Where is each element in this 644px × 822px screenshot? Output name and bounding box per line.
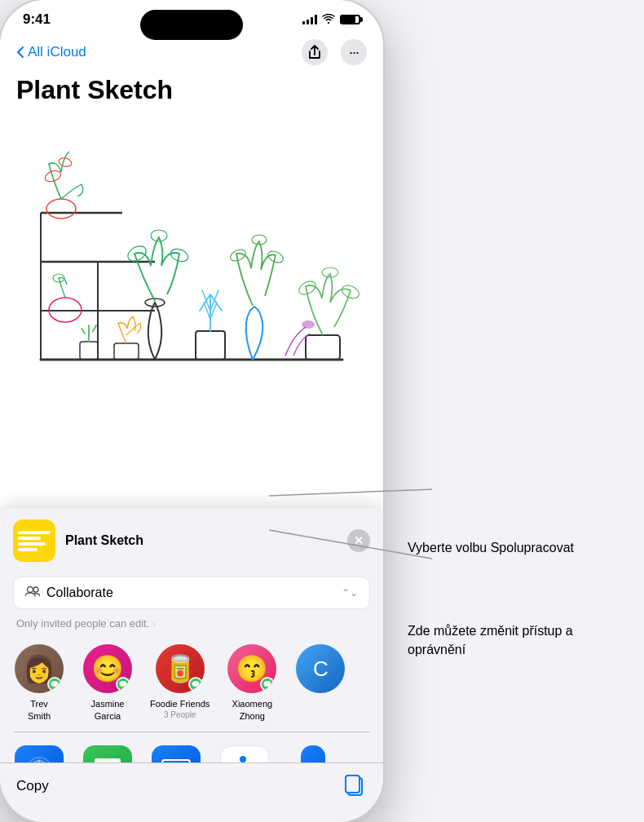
sketch-image [16, 115, 367, 384]
collaborate-label: Collaborate [46, 586, 113, 600]
contact-partial[interactable]: C [294, 644, 346, 722]
nav-actions: ··· [302, 39, 367, 65]
contact-avatar-foodie: 🥫 [156, 644, 205, 693]
contact-trev-smith[interactable]: 👩 TrevSmith [13, 644, 65, 722]
contact-subtext-foodie: 3 People [150, 710, 210, 719]
iphone-frame: 9:41 [0, 0, 383, 822]
contacts-row: 👩 TrevSmith 😊 JasmineGa [0, 634, 383, 731]
close-icon: ✕ [354, 534, 364, 547]
share-sheet: Plant Sketch ✕ Collabor [0, 508, 383, 822]
svg-point-31 [192, 681, 199, 687]
signal-icon [302, 15, 317, 24]
annotation-sidebar: Vyberte volbu Spolupracovat Zde můžete z… [383, 0, 644, 822]
copy-icon-button[interactable] [341, 773, 367, 799]
svg-point-25 [302, 320, 315, 329]
contact-avatar-xiaomeng: 😙 [227, 644, 276, 693]
messages-badge-trev [47, 677, 62, 692]
dynamic-island [140, 10, 243, 40]
share-sheet-title: Plant Sketch [65, 533, 347, 548]
access-hint[interactable]: Only invited people can edit. › [0, 612, 383, 634]
svg-point-30 [120, 681, 127, 687]
svg-point-28 [33, 587, 38, 592]
back-label: All iCloud [28, 44, 86, 60]
page-title: Plant Sketch [0, 72, 383, 115]
bottom-bar: Copy [0, 762, 383, 822]
collaborate-icon [25, 586, 40, 600]
contact-name-trev: TrevSmith [28, 698, 51, 722]
status-bar: 9:41 [0, 0, 383, 33]
svg-rect-41 [346, 776, 359, 793]
status-time: 9:41 [23, 11, 51, 28]
access-hint-text: Only invited people can edit. [16, 617, 149, 630]
notes-app-icon [13, 519, 55, 562]
people-icon [25, 586, 40, 597]
wifi-icon [322, 14, 335, 26]
annotation-access: Zde můžete změnit přístup a oprávnění [408, 622, 620, 659]
messages-badge-xiaomeng [260, 677, 275, 692]
contact-name-xiaomeng: XiaomengZhong [232, 698, 273, 722]
chevron-updown-icon: ⌃⌄ [342, 587, 358, 599]
status-icons [302, 14, 360, 26]
share-icon [308, 45, 321, 60]
contact-avatar-trev: 👩 [15, 644, 64, 693]
more-icon: ··· [349, 44, 359, 61]
svg-point-29 [51, 681, 59, 687]
annotation-collaborate: Vyberte volbu Spolupracovat [408, 539, 620, 557]
contact-avatar-partial: C [296, 644, 345, 693]
chevron-right-icon: › [152, 619, 156, 629]
contact-avatar-jasmine: 😊 [83, 644, 132, 693]
svg-point-27 [28, 587, 33, 593]
chevron-left-icon [16, 46, 24, 59]
contact-foodie-friends[interactable]: 🥫 Foodie Friends 3 People [150, 644, 210, 722]
sketch-canvas[interactable] [16, 115, 367, 384]
contact-name-foodie: Foodie Friends [150, 698, 210, 709]
collaborate-dropdown[interactable]: Collaborate ⌃⌄ [13, 577, 370, 609]
copy-button[interactable]: Copy [16, 778, 49, 794]
share-sheet-header: Plant Sketch ✕ [0, 508, 383, 573]
battery-icon [340, 15, 360, 24]
svg-point-32 [264, 681, 271, 687]
contact-xiaomeng-zhong[interactable]: 😙 XiaomengZhong [226, 644, 278, 722]
messages-badge-foodie [188, 677, 203, 692]
copy-icon [343, 775, 364, 798]
contact-jasmine-garcia[interactable]: 😊 JasmineGarcia [82, 644, 134, 722]
close-button[interactable]: ✕ [347, 529, 370, 552]
svg-rect-0 [16, 115, 367, 384]
messages-badge-jasmine [116, 677, 130, 692]
share-button[interactable] [302, 39, 328, 65]
more-button[interactable]: ··· [341, 39, 367, 65]
back-button[interactable]: All iCloud [16, 44, 86, 60]
contact-name-jasmine: JasmineGarcia [91, 698, 125, 722]
